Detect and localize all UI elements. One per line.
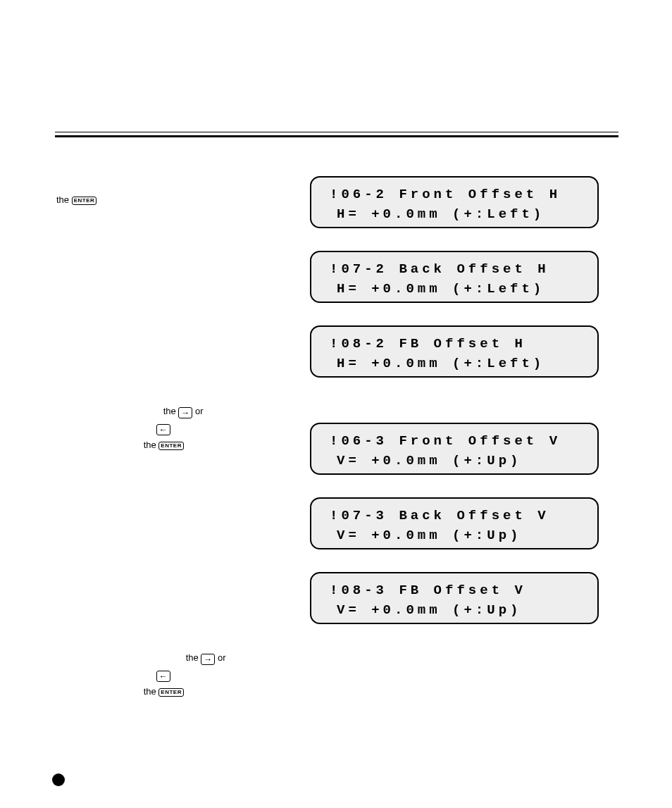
arrow-right-icon: → [201, 654, 215, 665]
arrow-right-icon: → [178, 407, 192, 418]
step-3-line1-b: or [215, 652, 225, 663]
header-rule-thin [55, 132, 618, 132]
step-3-line1-a: the [186, 652, 201, 663]
lcd-line1: !06-2 Front Offset H [330, 185, 587, 204]
lcd-display: !08-3 FB Offset V V= +0.0mm (+:Up) [310, 572, 599, 624]
step-2-line2: ← [56, 423, 296, 435]
lcd-display: !07-3 Back Offset V V= +0.0mm (+:Up) [310, 497, 599, 549]
step-2-line1-b: or [192, 406, 203, 416]
lcd-line1: !08-3 FB Offset V [330, 580, 587, 600]
step-2: the → or ← the ENTER [56, 406, 296, 451]
step-3-line3: the ENTER [56, 686, 296, 697]
step-2-line3: the ENTER [56, 440, 296, 451]
enter-key-icon: ENTER [158, 442, 184, 450]
lcd-line2: H= +0.0mm (+:Left) [330, 204, 587, 224]
lcd-display: !08-2 FB Offset H H= +0.0mm (+:Left) [310, 325, 599, 378]
arrow-left-icon: ← [156, 671, 170, 682]
lcd-line1: !07-3 Back Offset V [330, 506, 587, 526]
enter-key-icon: ENTER [72, 197, 97, 205]
lcd-line1: !06-3 Front Offset V [330, 431, 587, 451]
enter-key-icon: ENTER [158, 688, 184, 697]
step-2-line1-a: the [163, 406, 179, 416]
lcd-line2: H= +0.0mm (+:Left) [330, 279, 587, 299]
step-3-line2: ← [56, 669, 296, 682]
page: the ENTER the → or ← the ENTER the → or … [0, 0, 672, 808]
step-3-line1: the → or [56, 652, 296, 665]
page-dot-icon [52, 773, 65, 786]
lcd-display: !06-3 Front Offset V V= +0.0mm (+:Up) [310, 423, 599, 475]
lcd-line2: V= +0.0mm (+:Up) [330, 600, 587, 620]
lcd-line1: !07-2 Back Offset H [330, 259, 587, 279]
step-3: the → or ← the ENTER [56, 652, 296, 697]
step-1: the ENTER [56, 194, 296, 206]
lcd-line2: V= +0.0mm (+:Up) [330, 526, 587, 545]
step-3-line3-a: the [144, 686, 159, 697]
arrow-left-icon: ← [156, 424, 170, 435]
lcd-display: !07-2 Back Offset H H= +0.0mm (+:Left) [310, 251, 599, 303]
lcd-line2: V= +0.0mm (+:Up) [330, 451, 587, 471]
lcd-line1: !08-2 FB Offset H [330, 334, 587, 354]
lcd-display: !06-2 Front Offset H H= +0.0mm (+:Left) [310, 176, 599, 228]
lcd-line2: H= +0.0mm (+:Left) [330, 354, 587, 373]
step-2-line3-a: the [144, 440, 159, 450]
step-2-line1: the → or [56, 406, 296, 418]
step-1-text: the [56, 194, 72, 205]
header-rule-thick [55, 135, 618, 137]
